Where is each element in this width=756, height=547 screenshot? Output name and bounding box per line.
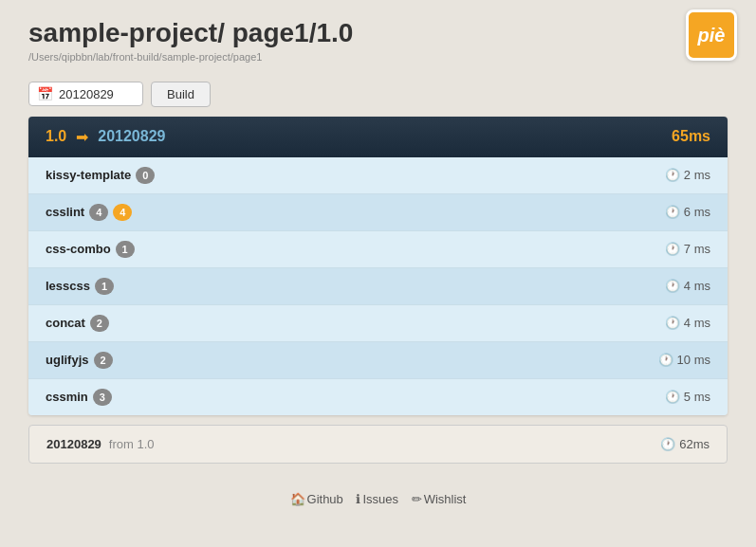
- link-icon: ✏: [412, 492, 422, 506]
- bottom-link[interactable]: 🏠Github: [290, 492, 343, 506]
- task-row: uglifyjs 2 🕐 10 ms: [28, 342, 728, 379]
- task-row: csslint 44 🕐 6 ms: [28, 194, 728, 231]
- clock-icon: 🕐: [665, 168, 680, 182]
- toolbar: 📅 Build: [0, 72, 756, 117]
- task-time-value: 6 ms: [684, 205, 710, 219]
- task-time-value: 4 ms: [684, 279, 710, 293]
- task-time: 🕐 6 ms: [665, 205, 710, 219]
- task-time: 🕐 2 ms: [665, 168, 710, 182]
- link-label: Wishlist: [424, 492, 467, 506]
- calendar-icon: 📅: [37, 86, 53, 101]
- task-badge: 2: [94, 352, 113, 369]
- build-button[interactable]: Build: [151, 82, 211, 107]
- task-name: cssmin: [46, 390, 88, 404]
- footer-date: 20120829: [46, 437, 101, 451]
- task-time: 🕐 7 ms: [665, 242, 710, 256]
- task-time: 🕐 4 ms: [665, 316, 710, 330]
- clock-icon: 🕐: [665, 242, 680, 256]
- panel-version: 1.0: [46, 128, 66, 145]
- clock-icon: 🕐: [665, 390, 680, 404]
- task-name: css-combo: [46, 242, 111, 256]
- task-badge: 4: [89, 204, 108, 221]
- task-name: kissy-template: [46, 168, 131, 182]
- task-badge: 0: [136, 167, 155, 184]
- clock-icon: 🕐: [665, 205, 680, 219]
- task-time-value: 2 ms: [684, 168, 710, 182]
- clock-icon: 🕐: [665, 279, 680, 293]
- task-badge: 1: [116, 241, 135, 258]
- panel-total-time: 65ms: [672, 128, 710, 145]
- link-label: Issues: [362, 492, 398, 506]
- bottom-link[interactable]: ✏Wishlist: [412, 492, 467, 506]
- task-badge: 1: [95, 278, 114, 295]
- task-name: csslint: [46, 205, 84, 219]
- link-icon: 🏠: [290, 492, 305, 506]
- page-title: sample-project/ page1/1.0: [28, 17, 728, 49]
- task-time: 🕐 5 ms: [665, 390, 710, 404]
- arrow-icon: ➡: [76, 128, 88, 146]
- task-name: uglifyjs: [46, 353, 89, 367]
- footer-row: 20120829 from 1.0 🕐 62ms: [28, 425, 728, 464]
- task-row: css-combo 1 🕐 7 ms: [28, 231, 728, 268]
- link-label: Github: [307, 492, 343, 506]
- task-time-value: 4 ms: [684, 316, 710, 330]
- task-name: concat: [46, 316, 85, 330]
- page-header: piè sample-project/ page1/1.0 /Users/qip…: [0, 0, 756, 72]
- breadcrumb: /Users/qipbbn/lab/front-build/sample-pro…: [28, 51, 728, 63]
- task-list: kissy-template 0 🕐 2 ms csslint 44 🕐 6 m…: [28, 157, 728, 415]
- footer-time-value: 62ms: [679, 437, 710, 451]
- task-badge: 4: [113, 204, 132, 221]
- main-panel: 1.0 ➡ 20120829 65ms kissy-template 0 🕐 2…: [28, 117, 728, 415]
- panel-header: 1.0 ➡ 20120829 65ms: [28, 117, 728, 157]
- task-row: cssmin 3 🕐 5 ms: [28, 379, 728, 415]
- link-icon: ℹ: [356, 492, 360, 506]
- task-name: lesscss: [46, 279, 90, 293]
- date-input-wrapper: 📅: [28, 82, 143, 106]
- bottom-links: 🏠Github ℹIssues ✏Wishlist: [0, 473, 756, 525]
- footer-clock-icon: 🕐: [660, 437, 675, 451]
- task-time-value: 7 ms: [684, 242, 710, 256]
- date-input[interactable]: [59, 87, 135, 101]
- clock-icon: 🕐: [658, 353, 673, 367]
- panel-date: 20120829: [98, 128, 165, 145]
- task-badge: 2: [90, 315, 109, 332]
- footer-time: 🕐 62ms: [660, 437, 710, 451]
- task-badge: 3: [93, 389, 112, 406]
- logo: piè: [686, 9, 737, 61]
- bottom-link[interactable]: ℹIssues: [356, 492, 398, 506]
- task-row: concat 2 🕐 4 ms: [28, 305, 728, 342]
- task-row: lesscss 1 🕐 4 ms: [28, 268, 728, 305]
- logo-text: piè: [698, 25, 726, 46]
- footer-from-text: from 1.0: [109, 437, 155, 451]
- task-time: 🕐 10 ms: [658, 353, 710, 367]
- task-time-value: 5 ms: [684, 390, 710, 404]
- task-row: kissy-template 0 🕐 2 ms: [28, 157, 728, 194]
- task-time-value: 10 ms: [677, 353, 710, 367]
- clock-icon: 🕐: [665, 316, 680, 330]
- task-time: 🕐 4 ms: [665, 279, 710, 293]
